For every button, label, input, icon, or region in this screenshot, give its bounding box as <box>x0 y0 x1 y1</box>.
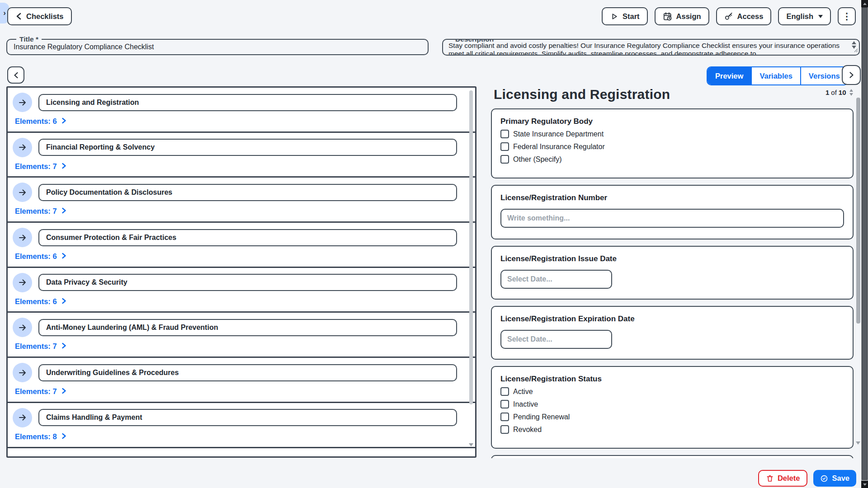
field-card-issue-date: License/Registration Issue Date <box>491 246 854 300</box>
section-name-input[interactable] <box>38 319 457 336</box>
title-label: Title * <box>16 35 42 43</box>
section-name-input[interactable] <box>38 184 457 201</box>
chevron-right-icon <box>61 342 66 351</box>
title-input[interactable] <box>7 40 428 54</box>
section-open-button[interactable] <box>13 183 32 202</box>
save-button[interactable]: Save <box>813 470 856 487</box>
expiration-date-input[interactable] <box>500 330 612 349</box>
preview-form: Primary Regulatory Body State Insurance … <box>491 108 854 458</box>
sections-panel: Elements: 6 Elements: 7 <box>6 86 476 458</box>
preview-scrollbar-thumb[interactable] <box>856 98 860 324</box>
chevron-right-icon <box>61 387 66 396</box>
section-elements-label: Elements: 8 <box>15 432 57 441</box>
section-elements-link[interactable]: Elements: 7 <box>15 207 66 216</box>
access-button[interactable]: Access <box>716 7 772 25</box>
checkbox-option: Active <box>500 387 844 396</box>
section-row: Elements: 7 <box>8 178 475 223</box>
section-open-button[interactable] <box>13 93 32 112</box>
checkbox[interactable] <box>500 413 509 421</box>
checkbox[interactable] <box>500 400 509 408</box>
checkbox[interactable] <box>500 387 509 396</box>
checkbox-label: State Insurance Department <box>513 130 604 138</box>
license-number-input[interactable] <box>500 209 844 228</box>
preview-tabs: Preview Variables Versions <box>707 66 849 85</box>
window-scrollbar-thumb[interactable] <box>862 7 868 480</box>
section-open-button[interactable] <box>13 363 32 382</box>
sections-prev-button[interactable] <box>7 66 24 84</box>
scroll-up-icon[interactable] <box>861 0 868 7</box>
section-open-button[interactable] <box>13 228 32 247</box>
section-elements-link[interactable]: Elements: 8 <box>15 432 66 441</box>
description-fieldset: Description Stay compliant and avoid cos… <box>442 39 860 56</box>
calendar-clock-icon <box>663 12 672 21</box>
scroll-down-icon[interactable] <box>469 446 473 455</box>
assign-button[interactable]: Assign <box>655 7 709 25</box>
checkbox[interactable] <box>500 130 509 138</box>
chevron-right-icon <box>61 162 66 171</box>
back-to-checklists-button[interactable]: Checklists <box>7 7 72 25</box>
kebab-icon: ⋮ <box>842 11 851 22</box>
sections-scrollbar-thumb[interactable] <box>469 90 473 404</box>
section-name-input[interactable] <box>38 139 457 156</box>
more-options-button[interactable]: ⋮ <box>838 7 856 25</box>
tab-variables[interactable]: Variables <box>751 67 800 84</box>
checkbox[interactable] <box>500 142 509 151</box>
section-elements-link[interactable]: Elements: 6 <box>15 297 66 306</box>
arrow-right-icon <box>18 188 28 197</box>
arrow-right-icon <box>18 323 28 333</box>
section-row: Elements: 8 <box>8 403 475 448</box>
pager-separator: of <box>831 89 837 96</box>
chevron-left-icon <box>13 72 19 79</box>
section-elements-link[interactable]: Elements: 6 <box>15 252 66 261</box>
field-card-notes: Notes/Comments regarding License/Registr… <box>491 455 854 458</box>
section-row: Elements: 7 <box>8 313 475 358</box>
checkbox-label: Inactive <box>513 400 538 408</box>
section-name-input[interactable] <box>38 94 457 111</box>
checkbox[interactable] <box>500 425 509 434</box>
field-label: Primary Regulatory Body <box>500 117 844 126</box>
section-open-button[interactable] <box>13 318 32 337</box>
checkbox[interactable] <box>500 155 509 164</box>
section-row: Elements: 7 <box>8 133 475 178</box>
tab-preview[interactable]: Preview <box>708 67 751 84</box>
section-row: Elements: 7 <box>8 358 475 403</box>
section-elements-label: Elements: 6 <box>15 117 57 126</box>
section-elements-link[interactable]: Elements: 7 <box>15 162 66 171</box>
section-name-input[interactable] <box>38 229 457 246</box>
footer-bar: Delete Save <box>0 458 861 488</box>
start-button[interactable]: Start <box>602 7 648 25</box>
section-open-button[interactable] <box>13 273 32 292</box>
section-elements-label: Elements: 7 <box>15 342 57 351</box>
section-elements-label: Elements: 7 <box>15 387 57 396</box>
checkbox-label: Revoked <box>513 426 542 434</box>
resize-handle-icon[interactable] <box>853 46 858 54</box>
chevron-right-icon <box>61 252 66 261</box>
field-card-license-number: License/Registration Number <box>491 185 854 239</box>
section-elements-link[interactable]: Elements: 6 <box>15 117 66 126</box>
issue-date-input[interactable] <box>500 270 612 289</box>
section-elements-link[interactable]: Elements: 7 <box>15 342 66 351</box>
scroll-down-icon[interactable] <box>856 445 860 453</box>
chevron-right-icon <box>61 207 66 216</box>
language-select[interactable]: English <box>778 7 831 25</box>
preview-next-button[interactable] <box>842 65 861 85</box>
play-icon <box>610 12 618 21</box>
delete-button[interactable]: Delete <box>758 470 808 487</box>
pager-spinner[interactable] <box>849 89 853 96</box>
section-name-input[interactable] <box>38 409 457 426</box>
section-elements-link[interactable]: Elements: 7 <box>15 387 66 396</box>
checkbox-option: State Insurance Department <box>500 130 844 138</box>
tab-versions[interactable]: Versions <box>800 67 848 84</box>
description-textarea[interactable]: Stay compliant and avoid costly penaltie… <box>448 42 847 56</box>
section-name-input[interactable] <box>38 274 457 291</box>
section-open-button[interactable] <box>13 138 32 157</box>
preview-section-heading: Licensing and Registration <box>494 87 670 102</box>
scroll-down-icon[interactable] <box>861 481 868 488</box>
section-open-button[interactable] <box>13 408 32 427</box>
back-to-checklists-label: Checklists <box>26 12 64 21</box>
delete-label: Delete <box>778 474 800 483</box>
section-name-input[interactable] <box>38 364 457 381</box>
save-label: Save <box>832 474 849 483</box>
checklist-editor: › Checklists Start Assign <box>0 0 861 488</box>
sections-scrollbar <box>468 89 474 455</box>
